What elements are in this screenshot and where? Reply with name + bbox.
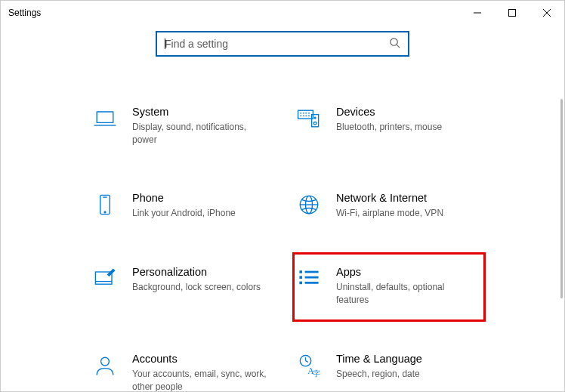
minimize-icon — [474, 9, 481, 17]
keyboard-speaker-icon — [294, 103, 324, 134]
category-desc: Background, lock screen, colors — [132, 281, 261, 294]
category-title: Time & Language — [336, 352, 422, 366]
category-system[interactable]: SystemDisplay, sound, notifications, pow… — [90, 103, 294, 146]
category-accounts[interactable]: AccountsYour accounts, email, sync, work… — [90, 350, 294, 391]
svg-rect-1 — [509, 10, 516, 17]
search-box[interactable] — [156, 31, 409, 57]
category-title: Phone — [132, 191, 236, 205]
category-apps[interactable]: AppsUninstall, defaults, optional featur… — [294, 264, 498, 306]
search-icon — [389, 37, 400, 51]
category-text: Network & InternetWi-Fi, airplane mode, … — [336, 190, 443, 220]
apps-list-icon — [294, 264, 324, 294]
category-title: Devices — [336, 105, 442, 119]
time-lang-icon — [294, 350, 324, 381]
search-input[interactable] — [165, 38, 384, 50]
category-title: Personalization — [132, 265, 261, 279]
maximize-button[interactable] — [495, 1, 529, 25]
title-bar: Settings — [1, 1, 564, 25]
svg-line-5 — [397, 45, 400, 48]
close-icon — [543, 9, 551, 17]
category-title: Network & Internet — [336, 191, 443, 205]
category-phone[interactable]: PhoneLink your Android, iPhone — [90, 190, 294, 220]
category-text: SystemDisplay, sound, notifications, pow… — [132, 103, 268, 146]
category-desc: Wi-Fi, airplane mode, VPN — [336, 207, 443, 220]
category-desc: Speech, region, date — [336, 368, 422, 381]
category-title: Accounts — [132, 352, 268, 366]
category-title: Apps — [336, 265, 472, 279]
category-time[interactable]: Time & LanguageSpeech, region, date — [294, 350, 498, 391]
close-button[interactable] — [529, 1, 564, 25]
category-text: Time & LanguageSpeech, region, date — [336, 350, 422, 381]
laptop-icon — [90, 103, 120, 134]
scrollbar-thumb[interactable] — [560, 99, 563, 298]
paintbrush-icon — [90, 264, 120, 294]
category-title: System — [132, 105, 268, 119]
category-desc: Your accounts, email, sync, work, other … — [132, 368, 268, 391]
category-desc: Bluetooth, printers, mouse — [336, 121, 442, 134]
window-title: Settings — [8, 8, 41, 18]
category-text: PhoneLink your Android, iPhone — [132, 190, 236, 220]
window-controls — [460, 1, 564, 25]
category-devices[interactable]: DevicesBluetooth, printers, mouse — [294, 103, 498, 146]
categories-grid: SystemDisplay, sound, notifications, pow… — [90, 103, 552, 391]
settings-content: SystemDisplay, sound, notifications, pow… — [1, 63, 552, 391]
text-cursor — [165, 39, 165, 49]
minimize-button[interactable] — [460, 1, 495, 25]
maximize-icon — [508, 9, 516, 17]
category-text: PersonalizationBackground, lock screen, … — [132, 264, 261, 294]
svg-point-4 — [391, 38, 397, 45]
search-container — [1, 31, 564, 57]
category-desc: Link your Android, iPhone — [132, 207, 236, 220]
person-icon — [90, 350, 120, 381]
category-desc: Uninstall, defaults, optional features — [336, 281, 472, 307]
category-text: AccountsYour accounts, email, sync, work… — [132, 350, 268, 391]
category-personalization[interactable]: PersonalizationBackground, lock screen, … — [90, 264, 294, 306]
category-text: AppsUninstall, defaults, optional featur… — [336, 264, 472, 306]
phone-icon — [90, 190, 120, 220]
category-network[interactable]: Network & InternetWi-Fi, airplane mode, … — [294, 190, 498, 220]
globe-icon — [294, 190, 324, 220]
scrollbar[interactable] — [555, 28, 563, 388]
category-desc: Display, sound, notifications, power — [132, 121, 268, 147]
category-text: DevicesBluetooth, printers, mouse — [336, 103, 442, 134]
